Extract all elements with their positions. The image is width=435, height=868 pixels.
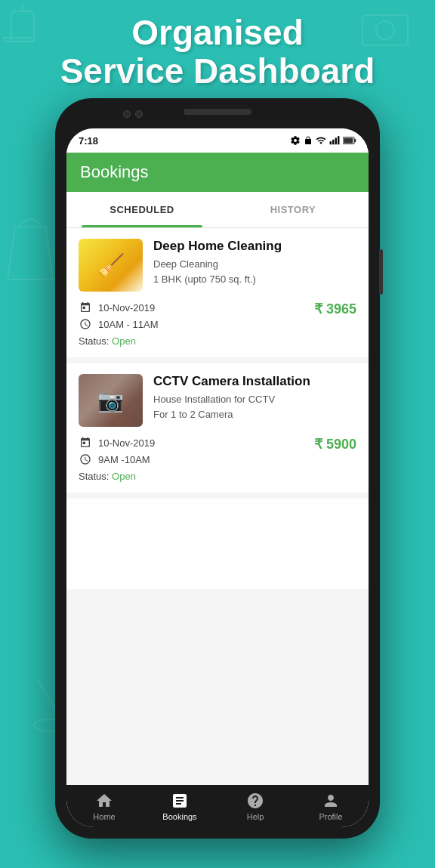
date-row-2: 10-Nov-2019: [79, 436, 155, 449]
status-bar: 7:18: [66, 128, 369, 153]
home-icon: [94, 791, 114, 811]
cctv-thumbnail: [79, 374, 143, 427]
booking-date-2: 10-Nov-2019: [98, 437, 155, 449]
booking-meta-1: 10-Nov-2019 10AM - 11AM: [79, 301, 158, 331]
calendar-icon-1: [79, 301, 92, 314]
booking-title-2: CCTV Camera Installation: [153, 374, 356, 389]
bookings-list: Deep Home Cleaning Deep Cleaning 1 BHK (…: [66, 228, 369, 785]
booking-date-1: 10-Nov-2019: [98, 302, 155, 314]
booking-status-1: Status: Open: [79, 335, 356, 347]
tab-bar: SCHEDULED HISTORY: [66, 192, 369, 228]
nav-item-profile[interactable]: Profile: [293, 785, 369, 827]
phone-speaker: [184, 109, 251, 115]
time-row-2: 9AM -10AM: [79, 453, 155, 466]
nav-label-profile: Profile: [319, 812, 342, 821]
booking-meta-2: 10-Nov-2019 9AM -10AM: [79, 436, 155, 466]
booking-status-value-1: Open: [112, 335, 136, 347]
clock-icon-1: [79, 317, 92, 331]
nav-item-help[interactable]: Help: [218, 785, 293, 827]
nav-label-bookings: Bookings: [162, 812, 196, 821]
svg-rect-7: [330, 141, 332, 144]
booking-details-1: 10-Nov-2019 10AM - 11AM ₹ 3965: [79, 301, 356, 331]
booking-card-2[interactable]: CCTV Camera Installation House Installat…: [66, 363, 369, 493]
booking-price-2: ₹ 5900: [314, 436, 356, 453]
booking-top-2: CCTV Camera Installation House Installat…: [79, 374, 356, 427]
bottom-nav: Home Bookings Help: [66, 785, 369, 827]
booking-time-2: 9AM -10AM: [98, 454, 150, 465]
nav-label-help: Help: [247, 812, 264, 821]
app-bar-title: Bookings: [80, 162, 149, 182]
booking-card-1[interactable]: Deep Home Cleaning Deep Cleaning 1 BHK (…: [66, 228, 369, 357]
tab-scheduled[interactable]: SCHEDULED: [66, 192, 218, 227]
svg-rect-10: [338, 136, 339, 144]
page-header: Organised Service Dashboard: [0, 14, 435, 90]
lock-icon: [304, 135, 313, 146]
booking-top-1: Deep Home Cleaning Deep Cleaning 1 BHK (…: [79, 239, 356, 292]
gear-icon: [290, 135, 301, 146]
booking-image-cctv: [79, 374, 143, 427]
calendar-icon-2: [79, 436, 92, 449]
booking-info-2: CCTV Camera Installation House Installat…: [153, 374, 356, 427]
phone-camera-left: [123, 110, 131, 118]
nav-label-home: Home: [93, 812, 115, 821]
booking-status-value-2: Open: [112, 471, 136, 482]
phone-frame: 7:18: [55, 98, 380, 839]
svg-rect-9: [335, 138, 337, 145]
signal-icon: [329, 135, 340, 146]
tab-history[interactable]: HISTORY: [218, 192, 369, 227]
booking-info-1: Deep Home Cleaning Deep Cleaning 1 BHK (…: [153, 239, 356, 292]
phone-camera-right: [135, 110, 143, 118]
phone-screen: 7:18: [66, 128, 369, 827]
booking-image-cleaning: [79, 239, 143, 292]
status-time: 7:18: [79, 135, 98, 147]
booking-sub-2: House Installation for CCTV For 1 to 2 C…: [153, 392, 356, 422]
header-line1: Organised: [0, 14, 435, 52]
svg-rect-12: [354, 139, 356, 143]
help-icon: [245, 791, 265, 811]
status-icons: [290, 135, 356, 146]
booking-details-2: 10-Nov-2019 9AM -10AM ₹ 5900: [79, 436, 356, 466]
booking-time-1: 10AM - 11AM: [98, 319, 158, 330]
svg-rect-13: [344, 138, 353, 144]
booking-title-1: Deep Home Cleaning: [153, 239, 356, 254]
booking-price-1: ₹ 3965: [314, 301, 356, 317]
nav-item-bookings[interactable]: Bookings: [142, 785, 218, 827]
phone-side-button: [379, 249, 383, 295]
app-bar: Bookings: [66, 153, 369, 192]
bookings-icon: [170, 791, 190, 811]
booking-sub-1: Deep Cleaning 1 BHK (upto 750 sq. ft.): [153, 257, 356, 286]
cleaning-thumbnail: [79, 239, 143, 292]
battery-icon: [343, 135, 356, 146]
nav-item-home[interactable]: Home: [66, 785, 142, 827]
svg-rect-8: [332, 140, 334, 144]
clock-icon-2: [79, 453, 92, 466]
header-line2: Service Dashboard: [0, 52, 435, 91]
booking-status-2: Status: Open: [79, 471, 356, 482]
time-row-1: 10AM - 11AM: [79, 317, 158, 331]
wifi-icon: [316, 135, 326, 146]
date-row-1: 10-Nov-2019: [79, 301, 158, 314]
profile-icon: [321, 791, 341, 811]
empty-area: [66, 499, 369, 589]
